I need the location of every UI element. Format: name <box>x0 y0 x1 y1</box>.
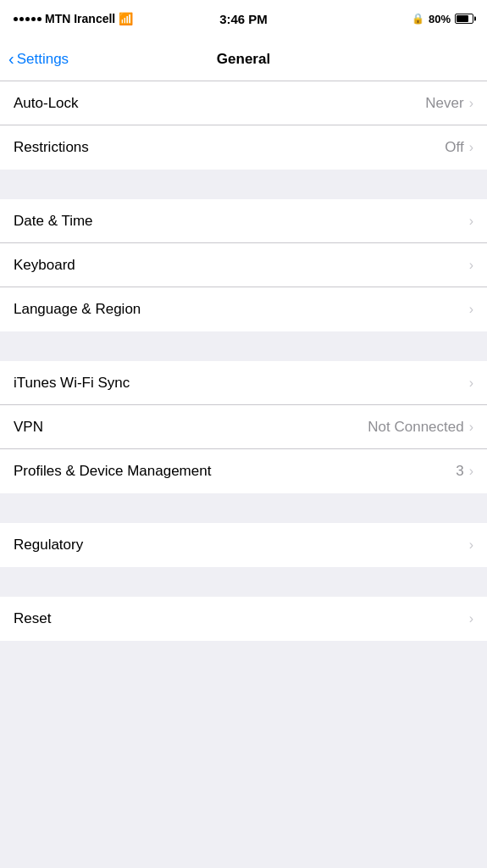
language-region-right: › <box>469 302 473 317</box>
carrier-label: MTN Irancell <box>45 12 115 25</box>
regulatory-row[interactable]: Regulatory › <box>0 523 487 567</box>
language-region-chevron-icon: › <box>469 302 473 317</box>
page-title: General <box>217 51 270 68</box>
language-region-label: Language & Region <box>14 301 141 318</box>
regulatory-label: Regulatory <box>14 537 83 554</box>
divider-2 <box>0 331 487 361</box>
bottom-padding <box>0 641 487 692</box>
auto-lock-right: Never › <box>425 95 473 112</box>
language-region-row[interactable]: Language & Region › <box>0 287 487 331</box>
back-chevron-icon: ‹ <box>8 50 14 67</box>
restrictions-row[interactable]: Restrictions Off › <box>0 125 487 170</box>
divider-3 <box>0 493 487 523</box>
itunes-wifi-sync-label: iTunes Wi-Fi Sync <box>14 375 130 392</box>
navigation-bar: ‹ Settings General <box>0 37 487 81</box>
group-lock-restrictions: Auto-Lock Never › Restrictions Off › <box>0 81 487 170</box>
auto-lock-chevron-icon: › <box>469 96 473 111</box>
back-label: Settings <box>17 51 69 68</box>
reset-right: › <box>469 611 473 626</box>
reset-label: Reset <box>14 610 51 627</box>
lock-icon: 🔒 <box>412 13 424 25</box>
divider-4 <box>0 567 487 597</box>
profiles-device-mgmt-value: 3 <box>456 463 463 480</box>
vpn-label: VPN <box>14 419 43 436</box>
status-bar-right: 🔒 80% <box>412 13 473 25</box>
vpn-chevron-icon: › <box>469 420 473 435</box>
group-regulatory: Regulatory › <box>0 523 487 567</box>
auto-lock-row[interactable]: Auto-Lock Never › <box>0 81 487 125</box>
restrictions-value: Off <box>445 139 463 156</box>
reset-chevron-icon: › <box>469 611 473 626</box>
profiles-device-mgmt-row[interactable]: Profiles & Device Management 3 › <box>0 449 487 493</box>
status-bar: MTN Irancell 📶 3:46 PM 🔒 80% <box>0 0 487 37</box>
keyboard-label: Keyboard <box>14 257 75 274</box>
itunes-wifi-sync-row[interactable]: iTunes Wi-Fi Sync › <box>0 361 487 405</box>
keyboard-row[interactable]: Keyboard › <box>0 243 487 287</box>
vpn-right: Not Connected › <box>368 419 473 436</box>
itunes-wifi-sync-chevron-icon: › <box>469 376 473 391</box>
vpn-row[interactable]: VPN Not Connected › <box>0 405 487 449</box>
battery-percent: 80% <box>429 13 451 25</box>
itunes-wifi-sync-right: › <box>469 376 473 391</box>
auto-lock-label: Auto-Lock <box>14 95 79 112</box>
status-bar-time: 3:46 PM <box>219 12 268 26</box>
wifi-icon: 📶 <box>119 12 133 25</box>
vpn-value: Not Connected <box>368 419 463 436</box>
signal-icon <box>14 17 42 21</box>
date-time-chevron-icon: › <box>469 214 473 229</box>
battery-icon <box>455 14 473 24</box>
group-locale: Date & Time › Keyboard › Language & Regi… <box>0 199 487 331</box>
divider-1 <box>0 170 487 199</box>
restrictions-label: Restrictions <box>14 139 89 156</box>
reset-row[interactable]: Reset › <box>0 597 487 641</box>
date-time-row[interactable]: Date & Time › <box>0 199 487 243</box>
keyboard-right: › <box>469 258 473 273</box>
profiles-device-mgmt-right: 3 › <box>456 463 473 480</box>
profiles-device-mgmt-chevron-icon: › <box>469 464 473 479</box>
auto-lock-value: Never <box>425 95 463 112</box>
restrictions-chevron-icon: › <box>469 140 473 155</box>
back-button[interactable]: ‹ Settings <box>8 51 69 68</box>
group-connectivity: iTunes Wi-Fi Sync › VPN Not Connected › … <box>0 361 487 493</box>
date-time-right: › <box>469 214 473 229</box>
restrictions-right: Off › <box>445 139 473 156</box>
keyboard-chevron-icon: › <box>469 258 473 273</box>
date-time-label: Date & Time <box>14 213 93 230</box>
profiles-device-mgmt-label: Profiles & Device Management <box>14 463 211 480</box>
group-reset: Reset › <box>0 597 487 641</box>
regulatory-chevron-icon: › <box>469 537 473 553</box>
regulatory-right: › <box>469 537 473 553</box>
status-bar-left: MTN Irancell 📶 <box>14 12 133 25</box>
